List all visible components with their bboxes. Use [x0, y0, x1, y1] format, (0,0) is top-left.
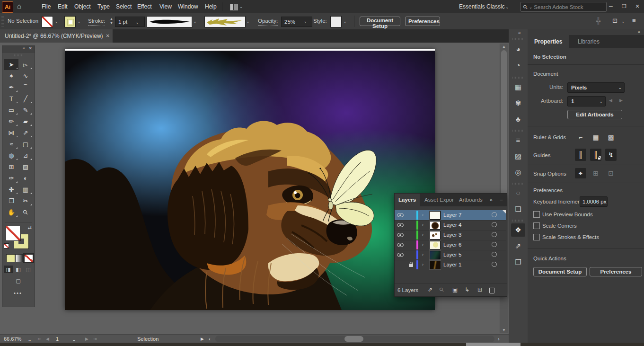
quick-document-setup-button[interactable]: Document Setup	[533, 267, 587, 276]
symbols-panel-icon[interactable]: ♣	[511, 113, 525, 126]
scroll-down-icon[interactable]: ▼	[500, 328, 508, 332]
tool-eraser[interactable]: ▰	[18, 116, 33, 127]
clipping-mask-icon[interactable]: ▣	[452, 286, 458, 293]
tool-pen[interactable]: ✒	[4, 82, 18, 93]
keyboard-increment-field[interactable]: 1.0006 px	[580, 196, 608, 207]
stroke-chevron-icon[interactable]: ⌄	[76, 16, 82, 27]
dock-grip[interactable]	[512, 130, 524, 132]
tool-type[interactable]: T	[4, 93, 18, 104]
align-icon[interactable]: ╬	[596, 17, 600, 24]
zoom-level[interactable]: 66.67%	[4, 335, 21, 343]
asset-export-panel-icon[interactable]: ⇗	[511, 240, 525, 253]
layer-name[interactable]: Layer 1	[443, 260, 461, 270]
fill-color-swatch[interactable]	[42, 16, 53, 27]
draw-behind-mode-icon[interactable]: ◧	[14, 266, 23, 273]
expand-chevron-icon[interactable]: ›	[422, 230, 423, 240]
menu-view[interactable]: View	[159, 0, 172, 13]
brush-chevron-icon[interactable]: ⌄	[245, 16, 251, 27]
artboard-next-icon[interactable]: ▶	[619, 98, 623, 103]
visibility-eye-icon[interactable]	[397, 232, 404, 238]
expand-chevron-icon[interactable]: ›	[422, 240, 423, 250]
style-chevron-icon[interactable]: ⌄	[342, 16, 348, 27]
new-sublayer-icon[interactable]: ↳	[465, 286, 469, 293]
layer-row-3[interactable]: › Layer 3	[395, 230, 506, 240]
menu-help[interactable]: Help	[205, 0, 217, 13]
tool-shape-builder[interactable]: ◍	[4, 150, 18, 161]
layer-target-icon[interactable]	[492, 262, 497, 267]
stroke-weight-label[interactable]: Stroke:	[88, 18, 105, 26]
tool-eyedropper[interactable]: ✑	[4, 173, 18, 184]
layer-thumbnail[interactable]	[430, 211, 441, 220]
color-guide-panel-icon[interactable]: ◔	[511, 59, 525, 72]
artboard-nav-value[interactable]: 1	[56, 335, 59, 343]
layers-menu-icon[interactable]: ≡	[500, 194, 503, 206]
gradient-panel-icon[interactable]: ▨	[511, 150, 525, 163]
panel-menu-icon[interactable]: ≡	[632, 17, 636, 24]
menu-type[interactable]: Type	[97, 0, 110, 13]
tab-asset-export[interactable]: Asset Expor	[421, 194, 458, 206]
smart-guides-icon[interactable]: ↯	[605, 149, 617, 161]
hscroll-right-icon[interactable]: ›	[498, 335, 500, 343]
swatches-panel-icon[interactable]: ▦	[511, 80, 525, 94]
layer-name[interactable]: Layer 5	[443, 250, 461, 260]
tools-close-icon[interactable]: ✕	[28, 46, 32, 51]
tool-pencil[interactable]: ✏	[4, 116, 18, 127]
layer-thumbnail[interactable]	[430, 221, 441, 230]
lock-icon[interactable]	[409, 264, 413, 267]
delete-layer-icon[interactable]	[489, 288, 494, 293]
show-guides-icon[interactable]: ╫	[575, 149, 586, 161]
dock-grip[interactable]	[512, 183, 524, 185]
tab-libraries[interactable]: Libraries	[571, 35, 606, 48]
artboards-panel-icon[interactable]: ❐	[511, 256, 525, 269]
expand-chevron-icon[interactable]: ›	[422, 220, 423, 230]
show-transparency-grid-icon[interactable]: ▩	[605, 132, 617, 142]
tool-reflect[interactable]: ⋈	[4, 127, 18, 138]
show-rulers-icon[interactable]: ⌐	[575, 132, 586, 142]
show-grid-icon[interactable]: ▦	[590, 132, 601, 142]
snap-to-point-icon[interactable]: ⌖	[575, 168, 586, 178]
tool-curvature[interactable]: ⌒	[18, 82, 33, 93]
layer-thumbnail[interactable]	[430, 261, 441, 269]
layer-target-icon[interactable]	[492, 252, 497, 257]
brushes-panel-icon[interactable]: ✾	[511, 97, 525, 110]
layer-target-icon[interactable]	[492, 212, 497, 217]
lock-guides-icon[interactable]: ╫	[590, 149, 601, 161]
expand-chevron-icon[interactable]: ›	[422, 250, 423, 260]
menu-edit[interactable]: Edit	[58, 0, 68, 13]
layer-name[interactable]: Layer 6	[443, 240, 461, 250]
default-fill-stroke-icon[interactable]	[4, 244, 9, 248]
tool-rectangle[interactable]: ▭	[4, 105, 18, 115]
tool-symbol-sprayer[interactable]: ✤	[4, 184, 18, 195]
tool-free-transform[interactable]: ▢	[18, 139, 33, 150]
layers-panel-icon[interactable]: ❖	[511, 223, 525, 237]
layer-thumbnail[interactable]	[430, 251, 441, 259]
color-panel-icon[interactable]: ◕	[511, 43, 525, 56]
menu-effect[interactable]: Effect	[137, 0, 151, 13]
fill-indicator[interactable]	[6, 226, 21, 241]
opacity-arrow-icon[interactable]: ›	[302, 17, 309, 27]
swap-fill-stroke-icon[interactable]: ⇄	[28, 225, 32, 230]
stroke-weight-chevron-icon[interactable]: ⌄	[134, 17, 141, 27]
home-icon[interactable]: ⌂	[17, 2, 21, 10]
status-readout[interactable]: Selection	[137, 335, 159, 343]
dock-grip[interactable]	[512, 38, 524, 40]
app-logo[interactable]: Ai	[2, 1, 13, 13]
prev-artboard-icon[interactable]: ◀	[46, 335, 49, 343]
status-expand-icon[interactable]: ▶	[201, 335, 204, 343]
visibility-eye-icon[interactable]	[397, 242, 404, 248]
tools-collapse-icon[interactable]: «	[23, 46, 25, 51]
units-select[interactable]: Pixels⌄	[567, 82, 625, 93]
document-setup-button[interactable]: Document Setup	[360, 17, 400, 26]
next-artboard-icon[interactable]: ▶	[85, 335, 88, 343]
tool-gradient[interactable]: ▨	[18, 161, 33, 172]
workspace-switcher-icon[interactable]	[230, 4, 238, 10]
layer-name[interactable]: Layer 4	[443, 220, 461, 230]
layer-row-5[interactable]: › Layer 5	[395, 250, 506, 260]
tool-blend[interactable]: ◐	[18, 173, 33, 184]
horizontal-scrollbar[interactable]	[215, 336, 494, 342]
layer-row-6[interactable]: › Layer 6	[395, 240, 506, 250]
menu-select[interactable]: Select	[116, 0, 132, 13]
use-preview-bounds-checkbox[interactable]	[533, 211, 540, 218]
layer-thumbnail[interactable]	[430, 231, 441, 240]
graphic-styles-panel-icon[interactable]: ❏	[511, 203, 525, 216]
